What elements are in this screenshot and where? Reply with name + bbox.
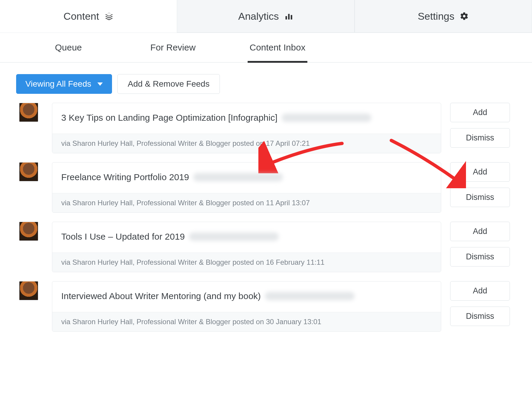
tab-analytics[interactable]: Analytics — [177, 0, 354, 33]
feed-title: Freelance Writing Portfolio 2019 — [61, 172, 189, 182]
feed-title: Interviewed About Writer Mentoring (and … — [61, 291, 261, 301]
feed-link-obscured — [282, 114, 371, 122]
feed-row: Freelance Writing Portfolio 2019 via Sha… — [19, 162, 513, 213]
add-button[interactable]: Add — [450, 222, 510, 241]
feed-meta: via Sharon Hurley Hall, Professional Wri… — [52, 134, 441, 153]
chevron-down-icon — [97, 82, 103, 86]
dismiss-button[interactable]: Dismiss — [450, 307, 510, 326]
subnav-queue-label: Queue — [55, 42, 82, 53]
feed-title-row: Interviewed About Writer Mentoring (and … — [52, 281, 441, 312]
feed-row: Interviewed About Writer Mentoring (and … — [19, 281, 513, 332]
feed-row: 3 Key Tips on Landing Page Optimization … — [19, 103, 513, 153]
feed-title: 3 Key Tips on Landing Page Optimization … — [61, 113, 278, 123]
subnav-for-review[interactable]: For Review — [121, 33, 225, 62]
tab-content-label: Content — [64, 10, 99, 22]
svg-rect-2 — [291, 15, 292, 19]
tab-content[interactable]: Content — [0, 0, 177, 33]
add-remove-feeds-button[interactable]: Add & Remove Feeds — [117, 74, 220, 94]
feed-meta: via Sharon Hurley Hall, Professional Wri… — [52, 252, 441, 272]
subnav-content-inbox[interactable]: Content Inbox — [225, 33, 330, 62]
feed-title-row: 3 Key Tips on Landing Page Optimization … — [52, 103, 441, 134]
add-button[interactable]: Add — [450, 103, 510, 122]
feed-list: 3 Key Tips on Landing Page Optimization … — [0, 103, 532, 344]
avatar — [19, 222, 38, 241]
dismiss-button[interactable]: Dismiss — [450, 128, 510, 148]
viewing-all-feeds-label: Viewing All Feeds — [25, 79, 91, 89]
add-button[interactable]: Add — [450, 162, 510, 182]
feed-card[interactable]: Tools I Use – Updated for 2019 via Sharo… — [52, 222, 441, 272]
feed-title-row: Tools I Use – Updated for 2019 — [52, 222, 441, 252]
add-remove-feeds-label: Add & Remove Feeds — [128, 79, 210, 88]
spacer — [0, 33, 16, 62]
toolbar: Viewing All Feeds Add & Remove Feeds — [0, 63, 532, 103]
sub-nav: Queue For Review Content Inbox — [0, 33, 532, 63]
feed-actions: Add Dismiss — [450, 281, 513, 326]
dismiss-button[interactable]: Dismiss — [450, 247, 510, 267]
tab-settings[interactable]: Settings — [355, 0, 532, 33]
dismiss-button[interactable]: Dismiss — [450, 188, 510, 207]
feed-title-row: Freelance Writing Portfolio 2019 — [52, 163, 441, 193]
feed-actions: Add Dismiss — [450, 222, 513, 267]
tab-settings-label: Settings — [418, 10, 454, 22]
feed-row: Tools I Use – Updated for 2019 via Sharo… — [19, 222, 513, 272]
top-nav: Content Analytics Settings — [0, 0, 532, 33]
subnav-content-inbox-label: Content Inbox — [250, 42, 306, 53]
feed-meta: via Sharon Hurley Hall, Professional Wri… — [52, 312, 441, 331]
gear-icon — [460, 12, 469, 21]
feed-title: Tools I Use – Updated for 2019 — [61, 232, 185, 242]
subnav-queue[interactable]: Queue — [16, 33, 121, 62]
feed-card[interactable]: Freelance Writing Portfolio 2019 via Sha… — [52, 162, 441, 213]
feed-actions: Add Dismiss — [450, 162, 513, 207]
subnav-for-review-label: For Review — [150, 42, 196, 53]
svg-rect-0 — [285, 16, 287, 19]
avatar — [19, 281, 38, 300]
svg-rect-1 — [288, 14, 289, 20]
add-button[interactable]: Add — [450, 281, 510, 301]
bar-chart-icon — [284, 12, 293, 21]
feed-actions: Add Dismiss — [450, 103, 513, 148]
viewing-all-feeds-dropdown[interactable]: Viewing All Feeds — [16, 74, 112, 94]
feed-link-obscured — [193, 173, 283, 181]
avatar — [19, 162, 38, 181]
feed-meta: via Sharon Hurley Hall, Professional Wri… — [52, 193, 441, 212]
layers-icon — [105, 12, 114, 21]
avatar — [19, 103, 38, 122]
feed-link-obscured — [265, 292, 355, 300]
feed-card[interactable]: 3 Key Tips on Landing Page Optimization … — [52, 103, 441, 153]
feed-link-obscured — [189, 232, 279, 241]
tab-analytics-label: Analytics — [238, 10, 279, 22]
feed-card[interactable]: Interviewed About Writer Mentoring (and … — [52, 281, 441, 332]
